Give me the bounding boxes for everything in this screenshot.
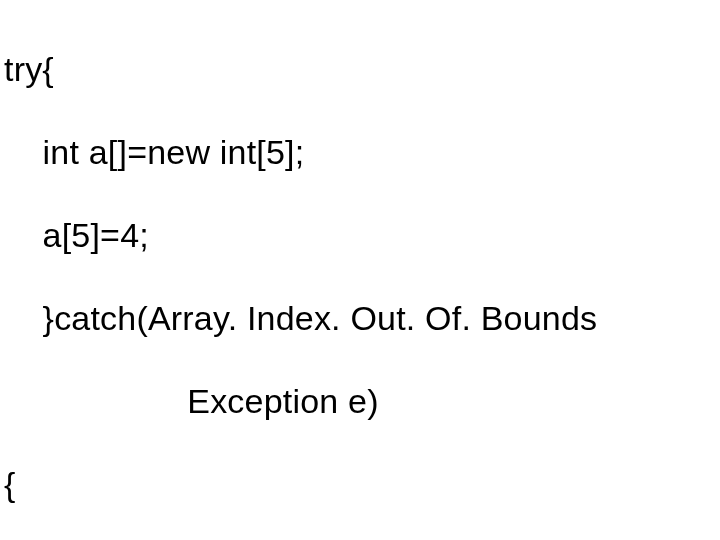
code-line: a[5]=4; — [4, 215, 716, 256]
code-line: try{ — [4, 49, 716, 90]
code-snippet: try{ int a[]=new int[5]; a[5]=4; }catch(… — [4, 8, 716, 540]
code-line: { — [4, 464, 716, 505]
code-line: }catch(Array. Index. Out. Of. Bounds — [4, 298, 716, 339]
code-line: Exception e) — [4, 381, 716, 422]
code-line: int a[]=new int[5]; — [4, 132, 716, 173]
